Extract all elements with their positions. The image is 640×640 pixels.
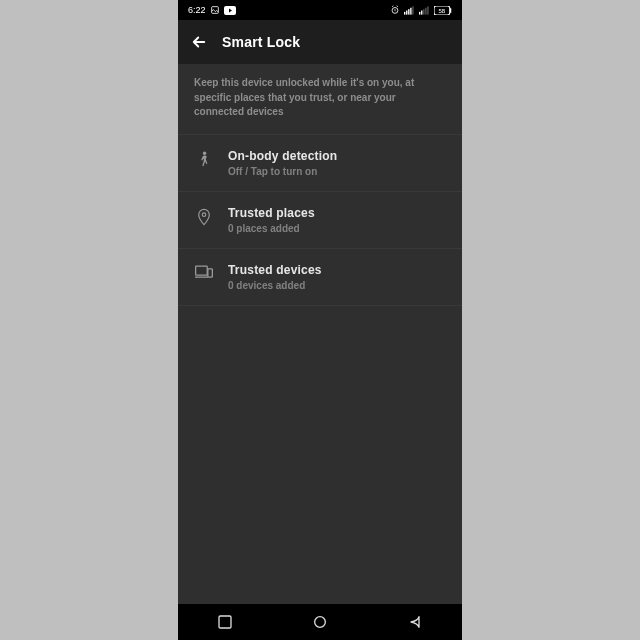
setting-subtitle: 0 places added — [228, 223, 446, 234]
battery-icon: 58 — [434, 6, 452, 15]
svg-rect-20 — [219, 616, 231, 628]
status-time: 6:22 — [188, 5, 206, 15]
screenshot-icon — [210, 5, 220, 15]
nav-recent-button[interactable] — [215, 612, 235, 632]
on-body-detection-item[interactable]: On-body detection Off / Tap to turn on — [178, 135, 462, 192]
youtube-icon — [224, 6, 236, 15]
signal-icon — [404, 6, 415, 15]
svg-rect-7 — [412, 6, 413, 14]
svg-rect-6 — [410, 7, 411, 14]
svg-rect-14 — [450, 8, 452, 13]
svg-rect-3 — [404, 11, 405, 14]
walk-icon — [190, 151, 218, 169]
app-header: Smart Lock — [178, 20, 462, 64]
setting-text: Trusted devices 0 devices added — [228, 263, 446, 291]
alarm-icon — [390, 5, 400, 15]
location-icon — [190, 208, 218, 226]
svg-text:58: 58 — [439, 7, 446, 13]
description-text: Keep this device unlocked while it's on … — [178, 64, 462, 135]
signal-icon-2 — [419, 6, 430, 15]
svg-rect-9 — [421, 10, 422, 14]
devices-icon — [190, 265, 218, 279]
svg-rect-8 — [419, 11, 420, 14]
page-title: Smart Lock — [222, 34, 300, 50]
svg-rect-4 — [406, 10, 407, 14]
trusted-places-item[interactable]: Trusted places 0 places added — [178, 192, 462, 249]
status-bar: 6:22 58 — [178, 0, 462, 20]
setting-title: On-body detection — [228, 149, 446, 163]
svg-rect-10 — [423, 9, 424, 15]
svg-point-16 — [203, 151, 206, 154]
svg-point-17 — [202, 212, 206, 216]
setting-title: Trusted devices — [228, 263, 446, 277]
svg-rect-5 — [408, 9, 409, 15]
setting-title: Trusted places — [228, 206, 446, 220]
status-left: 6:22 — [188, 5, 236, 15]
nav-back-button[interactable] — [405, 612, 425, 632]
phone-frame: 6:22 58 Smart Lock — [178, 0, 462, 640]
nav-home-button[interactable] — [310, 612, 330, 632]
setting-text: On-body detection Off / Tap to turn on — [228, 149, 446, 177]
setting-text: Trusted places 0 places added — [228, 206, 446, 234]
back-button[interactable] — [190, 33, 208, 51]
svg-rect-12 — [427, 6, 428, 14]
svg-point-21 — [315, 617, 326, 628]
navigation-bar — [178, 604, 462, 640]
setting-subtitle: Off / Tap to turn on — [228, 166, 446, 177]
svg-rect-19 — [208, 268, 213, 276]
setting-subtitle: 0 devices added — [228, 280, 446, 291]
trusted-devices-item[interactable]: Trusted devices 0 devices added — [178, 249, 462, 306]
svg-rect-11 — [425, 7, 426, 14]
status-right: 58 — [390, 5, 452, 15]
svg-rect-18 — [196, 266, 208, 275]
